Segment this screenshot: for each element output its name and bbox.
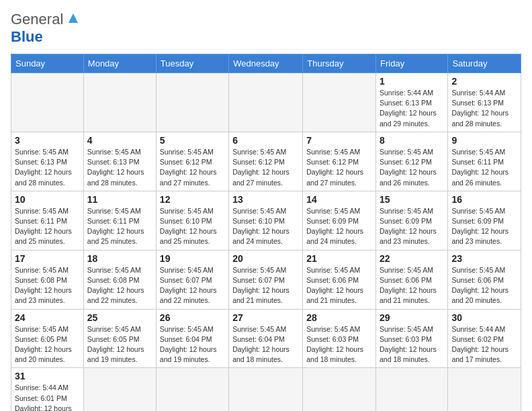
calendar-cell <box>303 368 376 411</box>
day-number: 13 <box>232 194 299 205</box>
day-info: Sunrise: 5:45 AM Sunset: 6:08 PM Dayligh… <box>87 265 152 306</box>
calendar-cell: 1Sunrise: 5:44 AM Sunset: 6:13 PM Daylig… <box>376 73 448 132</box>
calendar-cell: 9Sunrise: 5:45 AM Sunset: 6:11 PM Daylig… <box>448 132 521 191</box>
day-info: Sunrise: 5:45 AM Sunset: 6:12 PM Dayligh… <box>380 147 444 188</box>
calendar-cell <box>83 73 156 132</box>
calendar-cell: 11Sunrise: 5:45 AM Sunset: 6:11 PM Dayli… <box>83 191 156 250</box>
day-number: 4 <box>87 135 152 146</box>
svg-marker-0 <box>69 13 78 23</box>
day-info: Sunrise: 5:45 AM Sunset: 6:13 PM Dayligh… <box>87 147 152 188</box>
day-info: Sunrise: 5:45 AM Sunset: 6:05 PM Dayligh… <box>15 324 80 365</box>
day-info: Sunrise: 5:45 AM Sunset: 6:05 PM Dayligh… <box>87 324 152 365</box>
day-number: 10 <box>15 194 80 205</box>
day-number: 26 <box>160 312 225 323</box>
header: General Blue <box>11 11 521 46</box>
day-number: 9 <box>451 135 517 146</box>
day-number: 24 <box>15 312 80 323</box>
calendar-cell: 12Sunrise: 5:45 AM Sunset: 6:10 PM Dayli… <box>156 191 228 250</box>
calendar-cell: 15Sunrise: 5:45 AM Sunset: 6:09 PM Dayli… <box>376 191 448 250</box>
day-info: Sunrise: 5:45 AM Sunset: 6:13 PM Dayligh… <box>15 147 80 188</box>
day-number: 2 <box>451 76 517 87</box>
day-info: Sunrise: 5:45 AM Sunset: 6:03 PM Dayligh… <box>380 324 444 365</box>
calendar-cell: 27Sunrise: 5:45 AM Sunset: 6:04 PM Dayli… <box>229 309 303 368</box>
weekday-header-friday: Friday <box>376 54 448 73</box>
day-info: Sunrise: 5:44 AM Sunset: 6:02 PM Dayligh… <box>451 324 517 365</box>
day-number: 30 <box>451 312 517 323</box>
weekday-header-thursday: Thursday <box>303 54 376 73</box>
calendar-cell <box>229 368 303 411</box>
weekday-header-wednesday: Wednesday <box>229 54 303 73</box>
calendar-cell <box>156 73 228 132</box>
day-number: 27 <box>232 312 299 323</box>
day-info: Sunrise: 5:45 AM Sunset: 6:09 PM Dayligh… <box>451 206 517 247</box>
day-number: 15 <box>380 194 444 205</box>
calendar-cell: 19Sunrise: 5:45 AM Sunset: 6:07 PM Dayli… <box>156 250 228 309</box>
day-info: Sunrise: 5:45 AM Sunset: 6:03 PM Dayligh… <box>306 324 372 365</box>
logo-blue-text: Blue <box>11 28 43 45</box>
week-row-6: 31Sunrise: 5:44 AM Sunset: 6:01 PM Dayli… <box>11 368 521 411</box>
day-number: 23 <box>451 253 517 264</box>
calendar-cell <box>448 368 521 411</box>
weekday-header-row: SundayMondayTuesdayWednesdayThursdayFrid… <box>11 54 521 73</box>
calendar-cell <box>229 73 303 132</box>
day-number: 29 <box>380 312 444 323</box>
logo: General Blue <box>11 11 81 46</box>
day-number: 6 <box>232 135 299 146</box>
calendar-cell: 4Sunrise: 5:45 AM Sunset: 6:13 PM Daylig… <box>83 132 156 191</box>
calendar-cell: 17Sunrise: 5:45 AM Sunset: 6:08 PM Dayli… <box>11 250 84 309</box>
calendar-cell <box>11 73 84 132</box>
calendar-cell: 8Sunrise: 5:45 AM Sunset: 6:12 PM Daylig… <box>376 132 448 191</box>
day-number: 18 <box>87 253 152 264</box>
day-number: 28 <box>306 312 372 323</box>
week-row-4: 17Sunrise: 5:45 AM Sunset: 6:08 PM Dayli… <box>11 250 521 309</box>
weekday-header-saturday: Saturday <box>448 54 521 73</box>
weekday-header-tuesday: Tuesday <box>156 54 228 73</box>
calendar-cell: 2Sunrise: 5:44 AM Sunset: 6:13 PM Daylig… <box>448 73 521 132</box>
day-number: 25 <box>87 312 152 323</box>
calendar-cell: 30Sunrise: 5:44 AM Sunset: 6:02 PM Dayli… <box>448 309 521 368</box>
day-number: 14 <box>306 194 372 205</box>
calendar-cell <box>376 368 448 411</box>
day-number: 12 <box>160 194 225 205</box>
day-info: Sunrise: 5:45 AM Sunset: 6:06 PM Dayligh… <box>451 265 517 306</box>
day-info: Sunrise: 5:44 AM Sunset: 6:13 PM Dayligh… <box>451 88 517 129</box>
logo-general-text: General <box>11 11 63 28</box>
day-info: Sunrise: 5:45 AM Sunset: 6:07 PM Dayligh… <box>160 265 225 306</box>
day-number: 19 <box>160 253 225 264</box>
calendar-cell: 16Sunrise: 5:45 AM Sunset: 6:09 PM Dayli… <box>448 191 521 250</box>
logo-triangle-icon <box>66 11 81 28</box>
day-number: 17 <box>15 253 80 264</box>
day-info: Sunrise: 5:45 AM Sunset: 6:04 PM Dayligh… <box>232 324 299 365</box>
calendar-cell: 7Sunrise: 5:45 AM Sunset: 6:12 PM Daylig… <box>303 132 376 191</box>
day-number: 5 <box>160 135 225 146</box>
day-number: 31 <box>15 371 80 381</box>
calendar-cell: 21Sunrise: 5:45 AM Sunset: 6:06 PM Dayli… <box>303 250 376 309</box>
day-info: Sunrise: 5:45 AM Sunset: 6:12 PM Dayligh… <box>306 147 372 188</box>
calendar-cell: 14Sunrise: 5:45 AM Sunset: 6:09 PM Dayli… <box>303 191 376 250</box>
week-row-1: 1Sunrise: 5:44 AM Sunset: 6:13 PM Daylig… <box>11 73 521 132</box>
day-info: Sunrise: 5:45 AM Sunset: 6:07 PM Dayligh… <box>232 265 299 306</box>
weekday-header-monday: Monday <box>83 54 156 73</box>
day-number: 7 <box>306 135 372 146</box>
day-info: Sunrise: 5:45 AM Sunset: 6:09 PM Dayligh… <box>380 206 444 247</box>
day-info: Sunrise: 5:44 AM Sunset: 6:01 PM Dayligh… <box>15 383 80 411</box>
calendar-table: SundayMondayTuesdayWednesdayThursdayFrid… <box>11 54 521 411</box>
day-number: 11 <box>87 194 152 205</box>
day-info: Sunrise: 5:44 AM Sunset: 6:13 PM Dayligh… <box>380 88 444 129</box>
calendar-cell: 10Sunrise: 5:45 AM Sunset: 6:11 PM Dayli… <box>11 191 84 250</box>
day-number: 22 <box>380 253 444 264</box>
day-number: 3 <box>15 135 80 146</box>
week-row-3: 10Sunrise: 5:45 AM Sunset: 6:11 PM Dayli… <box>11 191 521 250</box>
day-info: Sunrise: 5:45 AM Sunset: 6:11 PM Dayligh… <box>451 147 517 188</box>
day-info: Sunrise: 5:45 AM Sunset: 6:11 PM Dayligh… <box>87 206 152 247</box>
calendar-cell: 18Sunrise: 5:45 AM Sunset: 6:08 PM Dayli… <box>83 250 156 309</box>
day-number: 1 <box>380 76 444 87</box>
calendar-cell: 3Sunrise: 5:45 AM Sunset: 6:13 PM Daylig… <box>11 132 84 191</box>
day-number: 20 <box>232 253 299 264</box>
calendar-cell: 6Sunrise: 5:45 AM Sunset: 6:12 PM Daylig… <box>229 132 303 191</box>
calendar-cell: 25Sunrise: 5:45 AM Sunset: 6:05 PM Dayli… <box>83 309 156 368</box>
calendar-cell <box>83 368 156 411</box>
day-info: Sunrise: 5:45 AM Sunset: 6:10 PM Dayligh… <box>232 206 299 247</box>
day-info: Sunrise: 5:45 AM Sunset: 6:12 PM Dayligh… <box>232 147 299 188</box>
calendar-cell <box>303 73 376 132</box>
